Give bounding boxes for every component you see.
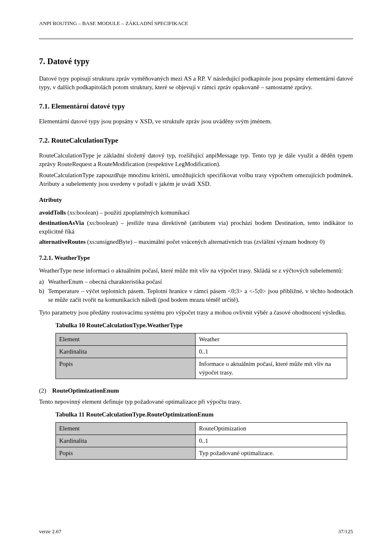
table-row: Kardinalita 0..1 (56, 435, 347, 447)
table-row: Popis Informace o aktuálním počasí, kter… (56, 358, 347, 379)
footer-page: 37/125 (338, 528, 353, 535)
table-key: Kardinalita (56, 345, 196, 358)
attr-desc: použití zpoplatněných komunikací (104, 209, 189, 216)
table-caption-10: Tabulka 10 RouteCalculationType.WeatherT… (55, 321, 353, 330)
table-value: Weather (196, 333, 347, 345)
enum-text: WeatherEnum – obecná charakteristika poč… (48, 278, 353, 286)
subsection-7-2-p2: RouteCalculationType zapouzdřuje množinu… (39, 171, 353, 188)
attributes-heading: Atributy (39, 196, 353, 204)
attr-name: avoidTolls (39, 209, 66, 216)
subsection-7-1-text: Elementární datové typy jsou popsány v X… (39, 117, 353, 126)
section-number: 7. (39, 57, 45, 66)
table-key: Element (56, 333, 196, 345)
attr-name: alternativeRoutes (39, 238, 85, 245)
table-value: Informace o aktuálním počasí, které může… (196, 358, 347, 379)
enum-label: b) (39, 287, 48, 304)
routeopt-intro: Tento nepovinný element definuje typ pož… (39, 398, 353, 406)
attr-desc: maximální počet vrácených alternativních… (138, 238, 325, 245)
attr-type: xs:boolean (69, 209, 96, 216)
subsection-7-2-p1: RouteCalculationType je základní složený… (39, 151, 353, 169)
attr-type: xs:unsignedByte (89, 238, 130, 245)
table-value: 0..1 (196, 345, 347, 358)
table-value: Typ požadované optimalizace. (196, 447, 347, 459)
attribute-row: destinationAsVia (xs:boolean) – jestliže… (39, 219, 353, 236)
page-footer: verze 2.67 37/125 (39, 528, 353, 535)
table-key: Kardinalita (56, 435, 196, 447)
table-value: RouteOptimization (196, 422, 347, 435)
table-row: Element Weather (56, 333, 347, 345)
table-key: Popis (56, 358, 196, 379)
intro-paragraph: Datové typy popisují strukturu zpráv vym… (39, 74, 353, 92)
table-key: Popis (56, 447, 196, 459)
weather-intro: WeatherType nese informaci o aktuálním p… (39, 266, 353, 275)
footer-version: verze 2.67 (39, 528, 61, 535)
subsection-7-1: 7.1. Elementární datové typy (39, 102, 353, 111)
section-title: Datové typy (47, 57, 90, 66)
enum-item: b) Temperature – výčet teplotních pásem.… (39, 287, 353, 304)
table-row: Element RouteOptimization (56, 422, 347, 435)
paren-label: (2) (39, 386, 52, 395)
attr-name: destinationAsVia (39, 220, 84, 226)
table-row: Kardinalita 0..1 (56, 345, 347, 358)
table-caption-11: Tabulka 11 RouteCalculationType.RouteOpt… (55, 410, 353, 419)
table-row: Popis Typ požadované optimalizace. (56, 447, 347, 459)
header-title: ANPI ROUTING – BASE MODULE – ZÁKLADNÍ SP… (39, 20, 353, 27)
table-11: Element RouteOptimization Kardinalita 0.… (55, 422, 347, 460)
enum-text: Temperature – výčet teplotních pásem. Te… (48, 287, 353, 304)
attr-type: xs:boolean (89, 220, 116, 226)
header-divider (39, 39, 353, 39)
subsubsection-7-2-2: (2) RouteOptimizationEnum (39, 386, 353, 395)
subsubsection-7-2-1: 7.2.1. WeatherType (39, 254, 353, 262)
table-value: 0..1 (196, 435, 347, 447)
table-10: Element Weather Kardinalita 0..1 Popis I… (55, 333, 347, 379)
enum-label: a) (39, 278, 48, 286)
attr-desc: jestliže trasa direktivně (atributem via… (39, 220, 353, 235)
weather-after: Tyto parametry jsou předány routovacímu … (39, 308, 353, 317)
attribute-row: avoidTolls (xs:boolean) – použití zpopla… (39, 208, 353, 217)
subsection-7-2: 7.2. RouteCalculationType (39, 136, 353, 146)
attribute-row: alternativeRoutes (xs:unsignedByte) – ma… (39, 238, 353, 246)
enum-item: a) WeatherEnum – obecná charakteristika … (39, 278, 353, 286)
section-heading: 7. Datové typy (39, 56, 353, 67)
table-key: Element (56, 422, 196, 435)
paren-title: RouteOptimizationEnum (52, 386, 353, 395)
